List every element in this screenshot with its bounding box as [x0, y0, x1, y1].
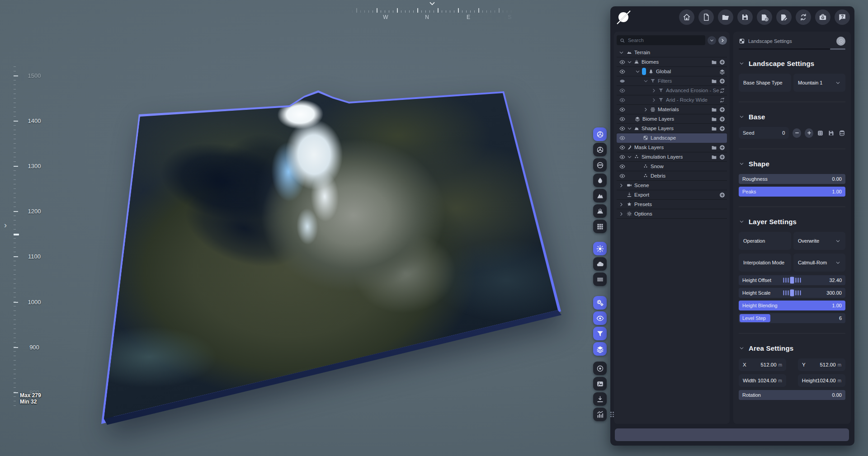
- photo-button[interactable]: [593, 377, 607, 390]
- camera-button[interactable]: [815, 9, 830, 25]
- sun-button[interactable]: [593, 242, 607, 255]
- seed-input[interactable]: Seed0: [739, 127, 789, 139]
- grid-button[interactable]: [593, 220, 607, 233]
- chevron-down-icon[interactable]: [627, 126, 632, 132]
- chevron-down-icon[interactable]: [627, 154, 632, 160]
- sync-icon[interactable]: [719, 97, 725, 103]
- visibility-eye-icon[interactable]: [619, 88, 625, 94]
- cloud-button[interactable]: [593, 257, 607, 271]
- plus-circle-icon[interactable]: [719, 145, 725, 150]
- chevron-right-icon[interactable]: [651, 97, 657, 103]
- section-header[interactable]: Area Settings: [739, 344, 845, 352]
- folder-icon[interactable]: [711, 59, 717, 65]
- slider-peaks[interactable]: Peaks1.00: [739, 187, 845, 197]
- section-header[interactable]: Base: [739, 113, 845, 121]
- plus-circle-icon[interactable]: [719, 192, 725, 198]
- tree-item-biome-layers[interactable]: Biome Layers: [617, 114, 727, 124]
- section-header[interactable]: Layer Settings: [739, 218, 845, 226]
- visibility-eye-icon[interactable]: [619, 145, 625, 150]
- funnel-button[interactable]: [593, 327, 607, 340]
- tree-item-mask-layers[interactable]: Mask Layers: [617, 143, 727, 152]
- visibility-eye-icon[interactable]: [619, 97, 625, 103]
- slider-height-scale[interactable]: Height Scale300.00: [739, 288, 845, 298]
- search-box[interactable]: [617, 35, 705, 45]
- seed-increment-button[interactable]: [805, 128, 813, 138]
- eye-button[interactable]: [593, 311, 607, 325]
- plus-circle-icon[interactable]: [719, 59, 725, 65]
- help-button[interactable]: [835, 9, 850, 25]
- tree-item-materials[interactable]: Materials: [617, 105, 727, 114]
- folder-icon[interactable]: [711, 78, 717, 84]
- visibility-eye-icon[interactable]: [619, 59, 625, 65]
- tree-item-filters[interactable]: Filters: [617, 76, 727, 86]
- compass-ruler[interactable]: WNES: [348, 2, 516, 22]
- sync-icon[interactable]: [719, 88, 725, 94]
- folder-icon[interactable]: [711, 145, 717, 150]
- fog-button[interactable]: [593, 273, 607, 286]
- new-file-button[interactable]: [698, 9, 714, 25]
- folder-icon[interactable]: [711, 126, 717, 132]
- download-button[interactable]: [593, 392, 607, 406]
- island-button[interactable]: [593, 204, 607, 218]
- seed-decrement-button[interactable]: [793, 128, 801, 138]
- plus-circle-icon[interactable]: [719, 78, 725, 84]
- water-drop-button[interactable]: [593, 174, 607, 187]
- dice-icon[interactable]: [817, 130, 824, 136]
- plus-circle-icon[interactable]: [719, 107, 725, 113]
- navball-button[interactable]: [593, 127, 607, 141]
- slider-height-blending[interactable]: Height Blending1.00: [739, 301, 845, 310]
- horizon-circle-button[interactable]: [593, 158, 607, 172]
- slider-rotation[interactable]: Rotation0.00: [739, 390, 845, 400]
- database-icon[interactable]: [839, 130, 845, 136]
- visibility-eye-icon[interactable]: [619, 164, 625, 169]
- visibility-eye-icon[interactable]: [619, 126, 625, 132]
- chevron-down-icon[interactable]: [635, 69, 641, 75]
- folder-icon[interactable]: [711, 107, 717, 113]
- dropdown-operation[interactable]: Overwrite: [793, 232, 845, 250]
- collapse-all-button[interactable]: [708, 36, 716, 45]
- tree-item-presets[interactable]: Presets: [617, 200, 727, 209]
- tree-item-global[interactable]: Global: [617, 67, 727, 76]
- visibility-eye-icon[interactable]: [619, 107, 625, 113]
- plus-circle-icon[interactable]: [719, 126, 725, 132]
- tree-item-debris[interactable]: Debris: [617, 171, 727, 181]
- save-plus-button[interactable]: [757, 9, 772, 25]
- plus-circle-icon[interactable]: [719, 116, 725, 122]
- tree-item-options[interactable]: Options: [617, 209, 727, 219]
- dropdown-interpolation-mode[interactable]: Catmull-Rom: [793, 254, 845, 272]
- tree-item-export[interactable]: Export: [617, 190, 727, 200]
- sidebar-expand-arrow[interactable]: ›: [4, 221, 7, 229]
- slider-height-offset[interactable]: Height Offset32.40: [739, 275, 845, 285]
- tree-item-simulation-layers[interactable]: Simulation Layers: [617, 152, 727, 162]
- expand-chevron-right-icon[interactable]: [618, 183, 624, 188]
- expand-chevron-right-icon[interactable]: [618, 202, 624, 207]
- dropdown-base-shape-type[interactable]: Mountain 1: [793, 74, 845, 92]
- number-field-width[interactable]: Width1024.00m: [739, 374, 786, 387]
- home-button[interactable]: [679, 9, 694, 25]
- number-field-x[interactable]: X512.00m: [739, 358, 786, 371]
- number-field-y[interactable]: Y512.00m: [798, 358, 845, 371]
- expand-chevron-down-icon[interactable]: [618, 50, 624, 56]
- chevron-right-icon[interactable]: [643, 107, 649, 113]
- visibility-eye-icon[interactable]: [619, 69, 625, 75]
- layers-icon[interactable]: [719, 69, 725, 75]
- section-header[interactable]: Landscape Settings: [739, 60, 845, 67]
- visibility-eye-icon[interactable]: [619, 78, 625, 84]
- tree-item-shape-layers[interactable]: Shape Layers: [617, 124, 727, 133]
- panel-resize-handle[interactable]: [610, 408, 614, 421]
- mountain-button[interactable]: [593, 189, 607, 202]
- record-button[interactable]: [593, 362, 607, 375]
- tree-item-advanced-erosion-se[interactable]: Advanced Erosion - Se: [617, 86, 727, 95]
- visibility-eye-icon[interactable]: [619, 173, 625, 179]
- save-button[interactable]: [737, 9, 753, 25]
- open-folder-button[interactable]: [718, 9, 733, 25]
- panel-collapse-button[interactable]: [718, 36, 727, 45]
- chevron-down-icon[interactable]: [627, 59, 632, 65]
- chevron-right-icon[interactable]: [651, 88, 657, 94]
- save-edit-button[interactable]: [776, 9, 792, 25]
- stats-button[interactable]: [593, 408, 607, 421]
- section-header[interactable]: Shape: [739, 160, 845, 168]
- slider-roughness[interactable]: Roughness0.00: [739, 174, 845, 184]
- visibility-eye-icon[interactable]: [619, 154, 625, 160]
- tree-item-biomes[interactable]: Biomes: [617, 57, 727, 67]
